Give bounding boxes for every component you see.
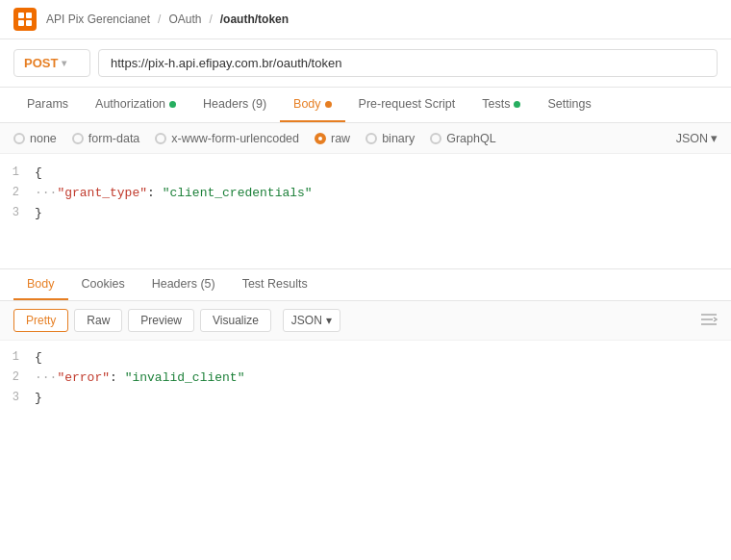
tab-authorization[interactable]: Authorization	[82, 88, 189, 122]
option-raw-label: raw	[331, 132, 350, 145]
body-dot	[325, 101, 332, 108]
json-type-label: JSON	[676, 132, 708, 145]
format-pretty-button[interactable]: Pretty	[13, 309, 68, 332]
response-tab-test-results[interactable]: Test Results	[229, 269, 321, 300]
wrap-icon[interactable]	[700, 313, 718, 329]
json-type-dropdown[interactable]: JSON ▾	[676, 131, 718, 145]
radio-x-www[interactable]	[155, 133, 166, 144]
code-value: "client_credentials"	[163, 186, 313, 200]
response-tabs: Body Cookies Headers (5) Test Results	[0, 269, 731, 301]
line-number-3: 3	[0, 204, 35, 222]
format-raw-button[interactable]: Raw	[74, 309, 122, 332]
line-number-2: 2	[0, 184, 35, 202]
tab-tests[interactable]: Tests	[468, 88, 534, 122]
radio-form-data[interactable]	[72, 133, 84, 144]
radio-raw[interactable]	[315, 133, 326, 144]
response-colon: :	[110, 370, 125, 385]
response-line-number-3: 3	[0, 389, 35, 407]
radio-binary[interactable]	[366, 133, 377, 144]
breadcrumb-sep-2: /	[209, 13, 212, 26]
app-logo	[13, 8, 37, 31]
response-section: Body Cookies Headers (5) Test Results Pr…	[0, 269, 731, 416]
format-preview-button[interactable]: Preview	[128, 309, 194, 332]
body-options-row: none form-data x-www-form-urlencoded raw…	[0, 123, 731, 154]
response-brace-open: {	[35, 348, 731, 369]
response-line-number-1: 1	[0, 348, 35, 367]
request-body-editor[interactable]: 1 { 2 ···"grant_type": "client_credentia…	[0, 154, 731, 269]
response-json-chevron-icon: ▾	[326, 314, 332, 327]
tab-headers[interactable]: Headers (9)	[189, 88, 280, 122]
response-brace-close: }	[35, 389, 731, 409]
url-bar: POST ▾	[0, 39, 731, 88]
tab-body[interactable]: Body	[280, 88, 345, 122]
response-keyvalue: ···"error": "invalid_client"	[35, 369, 731, 389]
response-json-label: JSON	[291, 314, 322, 327]
response-code-line-1: 1 {	[0, 348, 731, 369]
option-graphql[interactable]: GraphQL	[430, 132, 495, 145]
line-number-1: 1	[0, 164, 35, 182]
json-chevron-icon: ▾	[711, 131, 718, 145]
request-tabs: Params Authorization Headers (9) Body Pr…	[0, 88, 731, 123]
tab-prerequest[interactable]: Pre-request Script	[345, 88, 469, 122]
radio-none[interactable]	[13, 133, 25, 144]
response-code-line-2: 2 ···"error": "invalid_client"	[0, 369, 731, 389]
option-x-www-label: x-www-form-urlencoded	[171, 132, 299, 145]
radio-graphql[interactable]	[430, 133, 441, 144]
response-tab-body[interactable]: Body	[13, 269, 68, 300]
option-form-data-label: form-data	[88, 132, 140, 145]
response-tab-cookies[interactable]: Cookies	[68, 269, 139, 300]
code-line-1: 1 {	[0, 164, 731, 184]
code-keyvalue: ···"grant_type": "client_credentials"	[35, 184, 731, 204]
option-binary[interactable]: binary	[366, 132, 415, 145]
url-input[interactable]	[98, 49, 718, 77]
response-key: "error"	[57, 370, 110, 385]
breadcrumb-item-2[interactable]: OAuth	[168, 13, 201, 26]
code-brace-open: {	[35, 164, 731, 184]
response-json-dropdown[interactable]: JSON ▾	[283, 309, 340, 332]
code-line-3: 3 }	[0, 204, 731, 224]
response-line-number-2: 2	[0, 369, 35, 387]
method-chevron-icon: ▾	[62, 58, 66, 68]
method-select[interactable]: POST ▾	[13, 49, 90, 77]
option-form-data[interactable]: form-data	[72, 132, 140, 145]
option-x-www[interactable]: x-www-form-urlencoded	[155, 132, 299, 145]
option-none[interactable]: none	[13, 132, 57, 145]
tab-params[interactable]: Params	[13, 88, 82, 122]
method-label: POST	[24, 56, 58, 70]
tab-settings[interactable]: Settings	[534, 88, 604, 122]
response-body-content: 1 { 2 ···"error": "invalid_client" 3 }	[0, 341, 731, 416]
option-graphql-label: GraphQL	[446, 132, 495, 145]
svg-rect-2	[18, 20, 24, 26]
svg-rect-1	[26, 13, 32, 18]
response-format-row: Pretty Raw Preview Visualize JSON ▾	[0, 301, 731, 341]
option-raw[interactable]: raw	[315, 132, 350, 145]
svg-rect-0	[18, 13, 24, 18]
response-value: "invalid_client"	[125, 370, 245, 385]
breadcrumb-sep-1: /	[158, 13, 161, 26]
option-binary-label: binary	[382, 132, 415, 145]
svg-rect-3	[26, 20, 32, 26]
code-line-2: 2 ···"grant_type": "client_credentials"	[0, 184, 731, 204]
response-tab-headers[interactable]: Headers (5)	[139, 269, 229, 300]
breadcrumb-item-1[interactable]: API Pix Gerencianet	[46, 13, 150, 26]
authorization-dot	[169, 101, 176, 108]
breadcrumb-current: /oauth/token	[220, 13, 289, 26]
format-visualize-button[interactable]: Visualize	[200, 309, 271, 332]
breadcrumb-bar: API Pix Gerencianet / OAuth / /oauth/tok…	[0, 0, 731, 39]
code-brace-close: }	[35, 204, 731, 224]
code-colon: :	[147, 186, 163, 200]
option-none-label: none	[30, 132, 57, 145]
response-code-line-3: 3 }	[0, 389, 731, 409]
code-key: "grant_type"	[57, 186, 147, 200]
tests-dot	[514, 101, 520, 108]
